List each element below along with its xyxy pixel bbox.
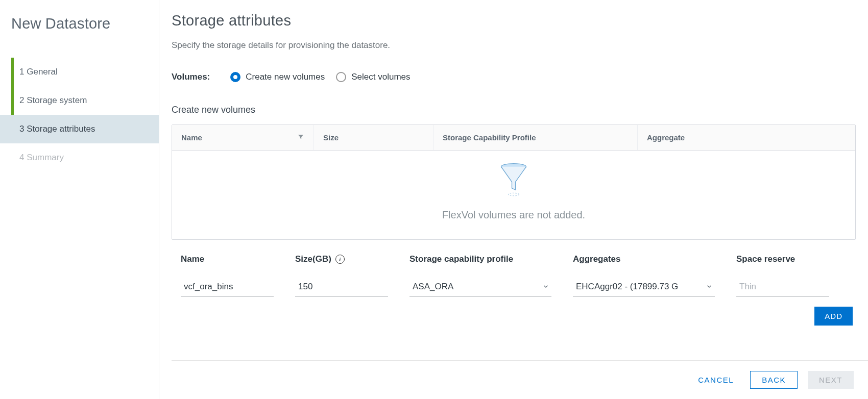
wizard-steps: 1 General 2 Storage system 3 Storage att… (0, 58, 159, 172)
step-storage-system[interactable]: 2 Storage system (0, 86, 159, 115)
radio-indicator-icon (336, 72, 346, 82)
step-number: 4 (19, 153, 24, 162)
step-label: Storage attributes (27, 124, 95, 134)
volumes-label: Volumes: (172, 72, 210, 82)
page-subtitle: Specify the storage details for provisio… (172, 40, 856, 51)
column-header-size[interactable]: Size (314, 125, 433, 150)
volume-create-form: Name Size(GB) i Storage capability profi… (172, 254, 856, 296)
column-label: Storage Capability Profile (443, 133, 536, 142)
radio-label: Select volumes (351, 72, 410, 82)
field-label-aggregates: Aggregates (573, 254, 715, 264)
field-label-name: Name (181, 254, 274, 264)
aggregates-select[interactable] (573, 278, 715, 296)
step-storage-attributes[interactable]: 3 Storage attributes (0, 115, 159, 143)
radio-select-volumes[interactable]: Select volumes (336, 72, 410, 82)
field-space-reserve: Space reserve (736, 254, 829, 296)
step-label: Storage system (27, 95, 87, 105)
add-button-row: ADD (172, 307, 856, 326)
step-number: 3 (19, 124, 24, 134)
aggregates-select-value[interactable] (573, 278, 715, 296)
field-label-scp: Storage capability profile (409, 254, 551, 264)
next-button: NEXT (808, 371, 854, 389)
step-number: 1 (19, 67, 24, 77)
step-general[interactable]: 1 General (0, 58, 159, 86)
space-reserve-input[interactable] (736, 278, 829, 296)
column-header-name[interactable]: Name (172, 125, 314, 150)
column-label: Name (181, 133, 202, 142)
field-label-size: Size(GB) i (295, 254, 388, 264)
empty-state-text: FlexVol volumes are not added. (442, 209, 585, 221)
step-label: Summary (27, 153, 64, 162)
radio-indicator-checked-icon (230, 72, 240, 82)
volumes-radio-group: Volumes: Create new volumes Select volum… (172, 72, 856, 82)
volumes-table: Name Size Storage Capability Profile Agg… (172, 124, 856, 240)
step-number: 2 (19, 95, 24, 105)
field-aggregates: Aggregates (573, 254, 715, 296)
table-header-row: Name Size Storage Capability Profile Agg… (172, 125, 855, 151)
field-label-space: Space reserve (736, 254, 829, 264)
field-scp: Storage capability profile (409, 254, 551, 296)
scp-select-value[interactable] (409, 278, 551, 296)
scp-select[interactable] (409, 278, 551, 296)
info-icon[interactable]: i (335, 255, 345, 264)
funnel-icon (499, 163, 528, 209)
name-input[interactable] (181, 278, 274, 296)
main-content: Storage attributes Specify the storage d… (159, 0, 868, 399)
content-area: Storage attributes Specify the storage d… (172, 12, 868, 360)
column-header-scp[interactable]: Storage Capability Profile (433, 125, 638, 150)
column-label: Size (323, 133, 339, 142)
label-text: Size(GB) (295, 254, 331, 264)
column-header-aggregate[interactable]: Aggregate (638, 125, 855, 150)
section-heading: Create new volumes (172, 105, 856, 115)
field-name: Name (181, 254, 274, 296)
back-button[interactable]: BACK (750, 371, 798, 389)
radio-create-new-volumes[interactable]: Create new volumes (230, 72, 325, 82)
wizard-title: New Datastore (0, 15, 159, 32)
page-title: Storage attributes (172, 12, 856, 29)
wizard-sidebar: New Datastore 1 General 2 Storage system… (0, 0, 159, 399)
wizard-footer: CANCEL BACK NEXT (172, 360, 868, 399)
cancel-button[interactable]: CANCEL (692, 371, 740, 388)
field-size: Size(GB) i (295, 254, 388, 296)
table-empty-state: FlexVol volumes are not added. (172, 151, 855, 239)
svg-point-1 (509, 193, 519, 195)
filter-icon[interactable] (297, 133, 304, 142)
step-label: General (27, 67, 57, 77)
size-input[interactable] (295, 278, 388, 296)
radio-label: Create new volumes (246, 72, 325, 82)
step-summary: 4 Summary (0, 143, 159, 172)
column-label: Aggregate (647, 133, 685, 142)
add-button[interactable]: ADD (814, 307, 853, 326)
